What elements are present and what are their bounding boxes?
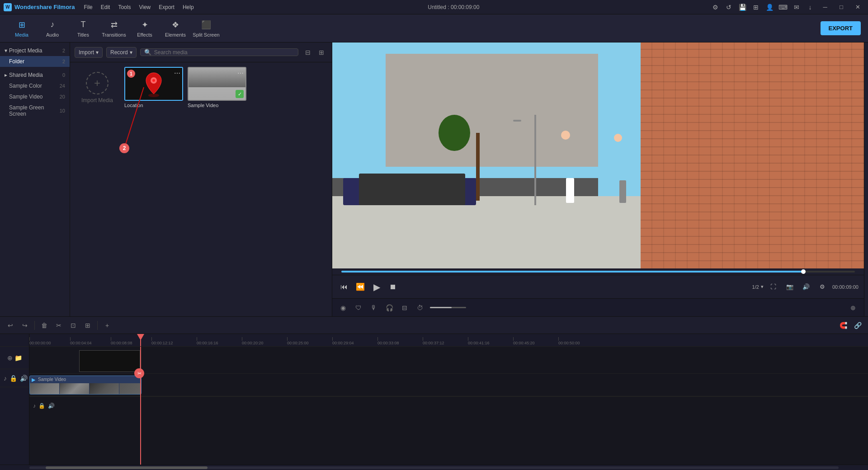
timeline-toolbar: ↩ ↪ 🗑 ✂ ⊡ ⊞ + 🧲 🔗 <box>0 317 868 334</box>
menu-tools[interactable]: Tools <box>114 2 134 12</box>
link-button[interactable]: 🔗 <box>852 320 863 331</box>
cut-button[interactable]: ✂ <box>53 320 65 331</box>
undo-button[interactable]: ↩ <box>5 320 16 331</box>
tab-split-screen[interactable]: ⬛ Split Screen <box>192 17 221 40</box>
lock-track-icon[interactable]: 🔒 <box>9 375 17 382</box>
media-search-bar[interactable]: 🔍 <box>140 48 298 56</box>
folder-track-icon[interactable]: 📁 <box>14 354 22 362</box>
audio-volume-icon[interactable]: 🔊 <box>48 403 55 409</box>
import-media-item[interactable]: + Import Media <box>75 67 120 108</box>
delete-button[interactable]: 🗑 <box>38 320 50 331</box>
download-icon[interactable]: ↓ <box>805 2 816 13</box>
import-circle[interactable]: + <box>86 72 108 94</box>
sample-video-thumbnail[interactable]: ⋯ ✓ <box>188 67 246 101</box>
magnet-button[interactable]: 🧲 <box>837 320 849 331</box>
settings-preview-icon[interactable]: ⚙ <box>816 281 829 293</box>
play-button[interactable]: ▶ <box>370 281 383 293</box>
sidebar-sample-color-label: Sample Color <box>9 83 42 89</box>
tab-transitions[interactable]: ⇄ Transitions <box>99 17 128 40</box>
settings-icon[interactable]: ⚙ <box>710 2 721 13</box>
track-label-video <box>0 334 29 347</box>
sidebar-item-folder[interactable]: Folder 2 <box>0 56 70 67</box>
menu-export[interactable]: Export <box>155 2 178 12</box>
timeline-tracks: ▶ Sample Video ✂ <box>29 347 868 465</box>
view-toggle-icon[interactable]: ⊞ <box>316 47 327 58</box>
sample-video-dots-icon: ⋯ <box>237 70 244 77</box>
progress-thumb[interactable] <box>801 269 806 274</box>
volume-icon[interactable]: 🔊 <box>800 281 812 293</box>
zoom-chevron-icon: ▾ <box>761 284 764 290</box>
location-thumbnail[interactable]: 1 ⋯ <box>124 67 183 101</box>
save-icon[interactable]: 💾 <box>737 2 748 13</box>
tab-elements[interactable]: ❖ Elements <box>161 17 190 40</box>
menu-help[interactable]: Help <box>179 2 198 12</box>
mail-icon[interactable]: ✉ <box>791 2 802 13</box>
progress-fill <box>341 271 803 273</box>
mic-icon[interactable]: 🎙 <box>368 302 379 313</box>
timeline-scrollbar[interactable] <box>0 465 868 470</box>
volume-slider[interactable] <box>430 307 466 308</box>
ruler-mark-3: 00:00:12:12 <box>151 337 197 345</box>
skip-back-button[interactable]: ⏮ <box>338 281 350 293</box>
close-button[interactable]: ✕ <box>851 2 864 12</box>
app-logo-icon: W <box>4 3 12 11</box>
preview-progress-bar[interactable] <box>341 271 855 273</box>
media-item-sample-video[interactable]: ⋯ ✓ Sample Video <box>188 67 246 108</box>
menu-view[interactable]: View <box>135 2 154 12</box>
tab-effects[interactable]: ✦ Effects <box>130 17 159 40</box>
ruler-mark-2: 00:00:08:08 <box>111 337 151 345</box>
headphone-icon[interactable]: 🎧 <box>384 302 395 313</box>
minimize-button[interactable]: ─ <box>818 2 832 12</box>
add-track-button[interactable]: + <box>101 320 113 331</box>
menu-edit[interactable]: Edit <box>97 2 114 12</box>
video-track[interactable]: ▶ Sample Video ✂ <box>29 374 868 396</box>
tab-media-label: Media <box>15 32 28 38</box>
import-dropdown[interactable]: Import ▾ <box>75 47 103 58</box>
media-item-location[interactable]: 1 ⋯ Location <box>124 67 183 108</box>
step-back-button[interactable]: ⏪ <box>354 281 367 293</box>
stop-button[interactable]: ⏹ <box>387 281 399 293</box>
filter-icon[interactable]: ⊟ <box>302 47 314 58</box>
auto-icon[interactable]: ⊕ <box>848 302 859 313</box>
menu-file[interactable]: File <box>80 2 96 12</box>
sidebar-item-sample-green-screen[interactable]: Sample Green Screen 10 <box>0 102 70 119</box>
tab-audio[interactable]: ♪ Audio <box>38 17 67 40</box>
sidebar-item-sample-color[interactable]: Sample Color 24 <box>0 80 70 91</box>
main-area: ▾ Project Media 2 Folder 2 ▸ Shared Medi… <box>0 42 868 316</box>
video-clip[interactable]: ▶ Sample Video <box>29 376 142 395</box>
sidebar-project-media-header[interactable]: ▾ Project Media 2 <box>0 45 70 56</box>
align-button[interactable]: ⊞ <box>82 320 94 331</box>
tab-titles[interactable]: T Titles <box>69 17 98 40</box>
record-dropdown[interactable]: Record ▾ <box>106 47 137 58</box>
crop-icon[interactable]: ⊟ <box>399 302 410 313</box>
timeline-main: ⊕ 📁 ♪ 🔒 🔊 00:00:00:00 <box>0 334 868 465</box>
tab-effects-label: Effects <box>137 32 152 38</box>
fullscreen-icon[interactable]: ⛶ <box>767 281 780 293</box>
scrollbar-thumb[interactable] <box>46 466 208 469</box>
refresh-icon[interactable]: ↺ <box>723 2 734 13</box>
right-panel <box>864 42 868 316</box>
redo-button[interactable]: ↪ <box>19 320 31 331</box>
add-track-icon[interactable]: ⊕ <box>7 354 13 362</box>
export-button[interactable]: EXPORT <box>821 21 861 35</box>
keyboard-icon[interactable]: ⌨ <box>778 2 788 13</box>
clip-video-icon: ▶ <box>32 377 35 383</box>
search-input[interactable] <box>154 49 294 56</box>
maximize-button[interactable]: □ <box>835 2 848 12</box>
screenshot-icon[interactable]: 📷 <box>783 281 796 293</box>
tab-media[interactable]: ⊞ Media <box>7 17 36 40</box>
audio-lock-icon[interactable]: 🔒 <box>38 403 45 409</box>
timeline-track-labels: ⊕ 📁 ♪ 🔒 🔊 <box>0 334 29 465</box>
shield-icon[interactable]: 🛡 <box>353 302 364 313</box>
titlebar-right: ⚙ ↺ 💾 ⊞ 👤 ⌨ ✉ ↓ ─ □ ✕ <box>710 2 864 13</box>
sidebar-shared-media-header[interactable]: ▸ Shared Media 0 <box>0 70 70 80</box>
timer-icon[interactable]: ⏱ <box>415 302 425 313</box>
scrollbar-track[interactable] <box>29 466 839 469</box>
grid-icon[interactable]: ⊞ <box>750 2 761 13</box>
progress-bar-area[interactable] <box>332 268 864 275</box>
crop-timeline-button[interactable]: ⊡ <box>67 320 79 331</box>
sidebar-item-sample-video[interactable]: Sample Video 20 <box>0 91 70 102</box>
render-icon[interactable]: ◉ <box>338 302 349 313</box>
profile-icon[interactable]: 👤 <box>764 2 775 13</box>
volume-track-icon[interactable]: 🔊 <box>20 375 28 382</box>
